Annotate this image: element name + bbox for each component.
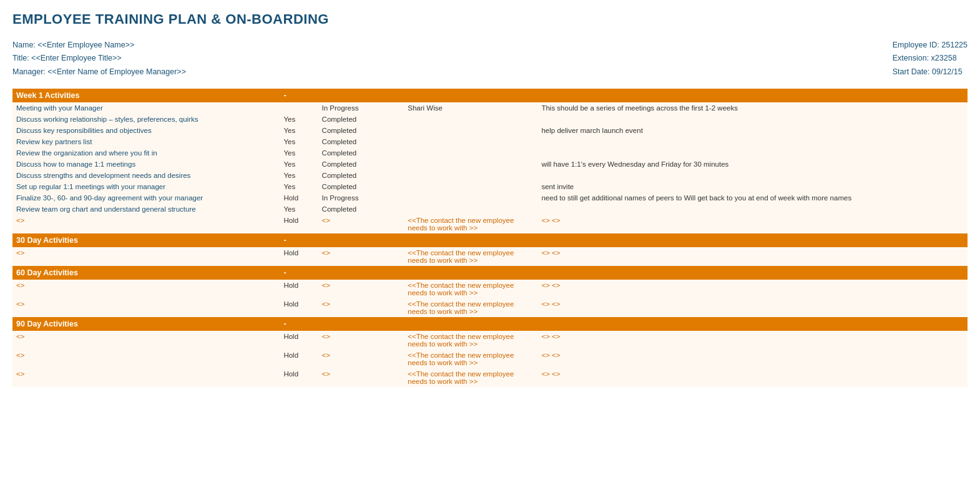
done-cell: Hold	[280, 298, 318, 317]
employee-title: Title: <<Enter Employee Title>>	[12, 52, 186, 65]
status-cell: <>	[318, 368, 404, 387]
done-cell: Yes	[280, 147, 318, 159]
employee-extension: Extension: x23258	[893, 52, 968, 65]
status-cell: Completed	[318, 159, 404, 170]
status-cell: <>	[318, 331, 404, 350]
activity-cell: <>	[12, 368, 280, 387]
table-row: <> Hold <> <<The contact the new employe…	[12, 215, 968, 233]
notes-cell	[537, 170, 968, 181]
activity-cell: Review team org chart and understand gen…	[12, 203, 280, 215]
contact-cell: <<The contact the new employeeneeds to w…	[404, 280, 537, 298]
done-cell	[280, 102, 318, 114]
contact-cell	[404, 170, 537, 181]
contact-cell: <<The contact the new employeeneeds to w…	[404, 247, 537, 266]
table-row: <> Hold <> <<The contact the new employe…	[12, 331, 968, 350]
contact-cell: <<The contact the new employeeneeds to w…	[404, 215, 537, 233]
status-cell: <>	[318, 280, 404, 298]
section-header-3: 90 Day Activities -	[12, 317, 968, 331]
table-row: Review key partners list Yes Completed	[12, 136, 968, 147]
status-cell: Completed	[318, 170, 404, 181]
done-cell: Hold	[280, 331, 318, 350]
status-cell: <>	[318, 350, 404, 368]
section-title: Week 1 Activities	[12, 89, 280, 102]
activity-cell: Meeting with your Manager	[12, 102, 280, 114]
section-title: 30 Day Activities	[12, 233, 280, 247]
table-row: <> Hold <> <<The contact the new employe…	[12, 298, 968, 317]
employee-id: Employee ID: 251225	[893, 39, 968, 52]
status-cell: Completed	[318, 203, 404, 215]
table-row: Review the organization and where you fi…	[12, 147, 968, 159]
contact-cell: <<The contact the new employeeneeds to w…	[404, 350, 537, 368]
section-title: 60 Day Activities	[12, 266, 280, 280]
status-cell: In Progress	[318, 192, 404, 203]
status-cell: Completed	[318, 136, 404, 147]
notes-cell: <> <>	[537, 368, 968, 387]
employee-name: Name: <<Enter Employee Name>>	[12, 39, 186, 52]
notes-cell: help deliver march launch event	[537, 125, 968, 136]
notes-cell	[537, 203, 968, 215]
section-dash: -	[280, 317, 318, 331]
activity-cell: Discuss strengths and development needs …	[12, 170, 280, 181]
table-row: Set up regular 1:1 meetings with your ma…	[12, 181, 968, 192]
notes-cell: <> <>	[537, 215, 968, 233]
done-cell: Hold	[280, 192, 318, 203]
notes-cell: <> <>	[537, 298, 968, 317]
table-row: Discuss key responsibilities and objecti…	[12, 125, 968, 136]
table-row: Review team org chart and understand gen…	[12, 203, 968, 215]
done-cell: Hold	[280, 350, 318, 368]
notes-cell: need to still get additional names of pe…	[537, 192, 968, 203]
notes-cell: sent invite	[537, 181, 968, 192]
notes-cell: will have 1:1's every Wednesday and Frid…	[537, 159, 968, 170]
notes-cell: <> <>	[537, 350, 968, 368]
notes-cell: <> <>	[537, 247, 968, 266]
status-cell: In Progress	[318, 102, 404, 114]
table-row: <> Hold <> <<The contact the new employe…	[12, 247, 968, 266]
activity-cell: <>	[12, 247, 280, 266]
section-dash: -	[280, 233, 318, 247]
table-row: Discuss strengths and development needs …	[12, 170, 968, 181]
table-row: Discuss how to manage 1:1 meetings Yes C…	[12, 159, 968, 170]
activity-cell: <>	[12, 215, 280, 233]
done-cell: Hold	[280, 215, 318, 233]
status-cell: Completed	[318, 147, 404, 159]
activity-cell: Finalize 30-, 60- and 90-day agreement w…	[12, 192, 280, 203]
contact-cell: <<The contact the new employeeneeds to w…	[404, 298, 537, 317]
notes-cell: <> <>	[537, 331, 968, 350]
notes-cell	[537, 136, 968, 147]
table-row: <> Hold <> <<The contact the new employe…	[12, 280, 968, 298]
table-row: Discuss working relationship – styles, p…	[12, 114, 968, 125]
done-cell: Yes	[280, 136, 318, 147]
info-section: Name: <<Enter Employee Name>> Title: <<E…	[12, 39, 968, 79]
done-cell: Yes	[280, 159, 318, 170]
status-cell: Completed	[318, 125, 404, 136]
activity-cell: <>	[12, 331, 280, 350]
employee-manager: Manager: <<Enter Name of Employee Manage…	[12, 66, 186, 79]
training-table: Week 1 Activities - Meeting with your Ma…	[12, 89, 968, 387]
activity-cell: Set up regular 1:1 meetings with your ma…	[12, 181, 280, 192]
employee-info-right: Employee ID: 251225 Extension: x23258 St…	[893, 39, 968, 79]
done-cell: Hold	[280, 280, 318, 298]
status-cell: <>	[318, 215, 404, 233]
activity-cell: Discuss how to manage 1:1 meetings	[12, 159, 280, 170]
employee-start-date: Start Date: 09/12/15	[893, 66, 968, 79]
notes-cell	[537, 147, 968, 159]
notes-cell	[537, 114, 968, 125]
contact-cell: <<The contact the new employeeneeds to w…	[404, 368, 537, 387]
notes-cell: This should be a series of meetings acro…	[537, 102, 968, 114]
table-row: Meeting with your Manager In Progress Sh…	[12, 102, 968, 114]
section-dash: -	[280, 89, 318, 102]
section-header-1: 30 Day Activities -	[12, 233, 968, 247]
activity-cell: Discuss key responsibilities and objecti…	[12, 125, 280, 136]
contact-cell	[404, 125, 537, 136]
done-cell: Yes	[280, 181, 318, 192]
done-cell: Yes	[280, 203, 318, 215]
contact-cell: Shari Wise	[404, 102, 537, 114]
done-cell: Yes	[280, 114, 318, 125]
contact-cell	[404, 192, 537, 203]
done-cell: Hold	[280, 247, 318, 266]
activity-cell: Review the organization and where you fi…	[12, 147, 280, 159]
activity-cell: <>	[12, 350, 280, 368]
done-cell: Hold	[280, 368, 318, 387]
section-dash: -	[280, 266, 318, 280]
page-title: EMPLOYEE TRAINING PLAN & ON-BOARDING	[12, 11, 968, 27]
